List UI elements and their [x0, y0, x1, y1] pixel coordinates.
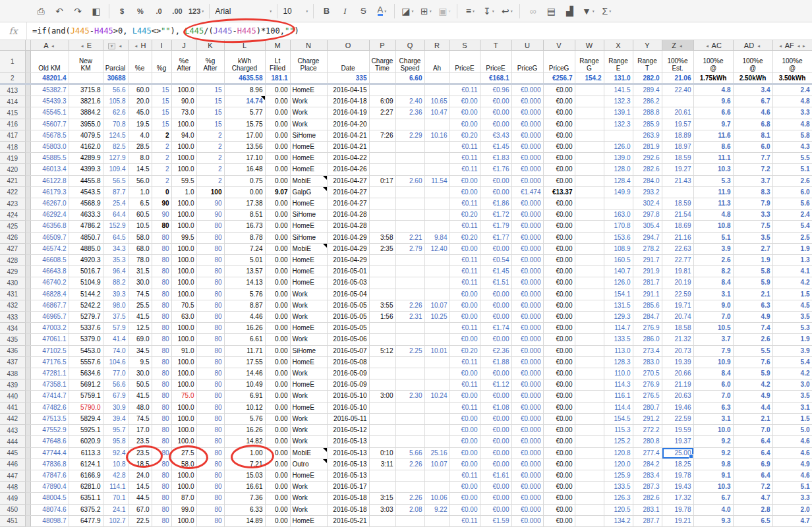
cell-AC431[interactable]: 3.1	[693, 289, 733, 300]
cell-R2[interactable]	[424, 73, 450, 84]
cell-W413[interactable]	[575, 84, 604, 96]
cell-N413[interactable]: HomeE	[290, 84, 327, 96]
fill-color-button[interactable]: ◪▾	[398, 3, 417, 19]
cell-N427[interactable]: MobiE	[290, 243, 327, 254]
cell-Q451[interactable]	[395, 515, 424, 526]
cell-AD431[interactable]: 2.1	[733, 289, 772, 300]
cell-K415[interactable]: 15	[196, 107, 224, 119]
cell-G436[interactable]: 74.0	[103, 345, 128, 356]
cell-I442[interactable]: 80	[152, 413, 171, 424]
cell-U426[interactable]: €0.000	[511, 232, 543, 243]
cell-H428[interactable]: 78.0	[128, 255, 152, 266]
cell-I436[interactable]: 80	[152, 345, 171, 356]
cell-E450[interactable]: 6375.2	[69, 504, 103, 515]
cell-W428[interactable]	[575, 255, 604, 266]
cell-Y419[interactable]: 292.6	[633, 153, 662, 164]
cell-L447[interactable]: 15.03	[224, 470, 265, 481]
cell-U440[interactable]: €0.000	[511, 391, 543, 402]
cell-P413[interactable]	[369, 84, 395, 96]
cell-R422[interactable]	[424, 186, 450, 198]
cell-AD418[interactable]: 6.0	[733, 142, 772, 153]
cell-K443[interactable]: 80	[196, 425, 224, 436]
cell-P445[interactable]: 0:10	[369, 447, 395, 459]
cell-O439[interactable]: 2016-05-09	[327, 379, 369, 391]
row-header-441[interactable]: 441	[0, 402, 25, 413]
cell-L416[interactable]: 15.75	[224, 119, 265, 130]
cell-U431[interactable]: €0.000	[511, 289, 543, 300]
cell-H439[interactable]: 50.5	[128, 379, 152, 391]
cell-T425[interactable]: €1.79	[480, 221, 511, 232]
cell-R428[interactable]	[424, 255, 450, 266]
cell-AF443[interactable]: 5.0	[772, 425, 812, 436]
cell-G427[interactable]: 34.3	[103, 243, 128, 254]
cell-S441[interactable]: €0.11	[450, 402, 480, 413]
cell-K450[interactable]: 80	[196, 504, 224, 515]
cell-G417[interactable]: 124.5	[103, 130, 128, 141]
cell-S422[interactable]: €0.00	[450, 186, 480, 198]
cell-AD425[interactable]: 7.5	[733, 221, 772, 232]
cell-Q414[interactable]: 2.40	[395, 96, 424, 107]
cell-U438[interactable]: €0.000	[511, 368, 543, 379]
cell-T421[interactable]: €0.00	[480, 175, 511, 186]
cell-H449[interactable]: 44.5	[128, 493, 152, 504]
cell-Y447[interactable]: 283.4	[633, 470, 662, 481]
cell-H443[interactable]: 17.0	[128, 425, 152, 436]
cell-J436[interactable]: 91.0	[171, 345, 196, 356]
cell-E447[interactable]: 6166.9	[69, 470, 103, 481]
cell-AF448[interactable]: 5.1	[772, 482, 812, 493]
cell-Y439[interactable]: 276.9	[633, 379, 662, 391]
cell-Y429[interactable]: 291.9	[633, 266, 662, 277]
cell-Z435[interactable]: 21.32	[662, 334, 693, 345]
column-header-M[interactable]: M	[265, 40, 290, 51]
cell-E428[interactable]: 4920.3	[69, 255, 103, 266]
cell-K449[interactable]: 80	[196, 493, 224, 504]
borders-button[interactable]: ⊞▾	[417, 3, 435, 19]
cell-P2[interactable]	[369, 73, 395, 84]
cell-Y423[interactable]: 302.4	[633, 198, 662, 209]
cell-P444[interactable]	[369, 436, 395, 447]
cell-AC440[interactable]: 7.0	[693, 391, 733, 402]
cell-U423[interactable]: €0.000	[511, 198, 543, 209]
cell-Y445[interactable]: 277.4	[633, 447, 662, 459]
cell-J433[interactable]: 63.0	[171, 312, 196, 323]
cell-M2[interactable]: 181.1	[265, 73, 290, 84]
cell-W423[interactable]	[575, 198, 604, 209]
cell-X425[interactable]: 170.8	[604, 221, 633, 232]
cell-J442[interactable]: 100.0	[171, 413, 196, 424]
cell-K429[interactable]: 80	[196, 266, 224, 277]
cell-O451[interactable]: 2016-05-21	[327, 515, 369, 526]
font-size-select[interactable]: 10▾	[281, 3, 310, 19]
cell-E430[interactable]: 5104.9	[69, 277, 103, 289]
cell-P418[interactable]	[369, 142, 395, 153]
cell-V448[interactable]: €0.00	[543, 482, 575, 493]
cell-AC430[interactable]: 8.4	[693, 277, 733, 289]
cell-L413[interactable]: 8.96	[224, 84, 265, 96]
cell-E424[interactable]: 4633.3	[69, 209, 103, 221]
row-header-428[interactable]: 428	[0, 255, 25, 266]
cell-Q450[interactable]: 2.08	[395, 504, 424, 515]
cell-AD451[interactable]: 6.5	[733, 515, 772, 526]
cell-K440[interactable]: 80	[196, 391, 224, 402]
formula-input[interactable]: =if(and(J445-H445>0, L445<>""), L445/(J4…	[32, 26, 299, 36]
cell-M433[interactable]: 0.00	[265, 312, 290, 323]
cell-J444[interactable]: 100.0	[171, 436, 196, 447]
cell-P420[interactable]	[369, 164, 395, 175]
cell-W422[interactable]	[575, 186, 604, 198]
cell-K446[interactable]: 80	[196, 459, 224, 470]
filter-button[interactable]: ▼▾	[579, 3, 597, 19]
column-header-U[interactable]: U	[511, 40, 543, 51]
cell-Y427[interactable]: 278.2	[633, 243, 662, 254]
cell-V422[interactable]: €13.37	[543, 186, 575, 198]
cell-AF439[interactable]: 3.0	[772, 379, 812, 391]
cell-AD413[interactable]: 3.4	[733, 84, 772, 96]
hidden-columns-arrow-icon[interactable]: ◄	[756, 44, 761, 48]
cell-E445[interactable]: 6113.3	[69, 447, 103, 459]
cell-E434[interactable]: 5337.6	[69, 323, 103, 334]
cell-Y430[interactable]: 281.7	[633, 277, 662, 289]
cell-AC444[interactable]: 9.2	[693, 436, 733, 447]
functions-button[interactable]: Σ▾	[597, 3, 616, 19]
cell-Y441[interactable]: 280.7	[633, 402, 662, 413]
cell-K424[interactable]: 90	[196, 209, 224, 221]
cell-H445[interactable]: 23.5	[128, 447, 152, 459]
cell-G451[interactable]: 102.7	[103, 515, 128, 526]
